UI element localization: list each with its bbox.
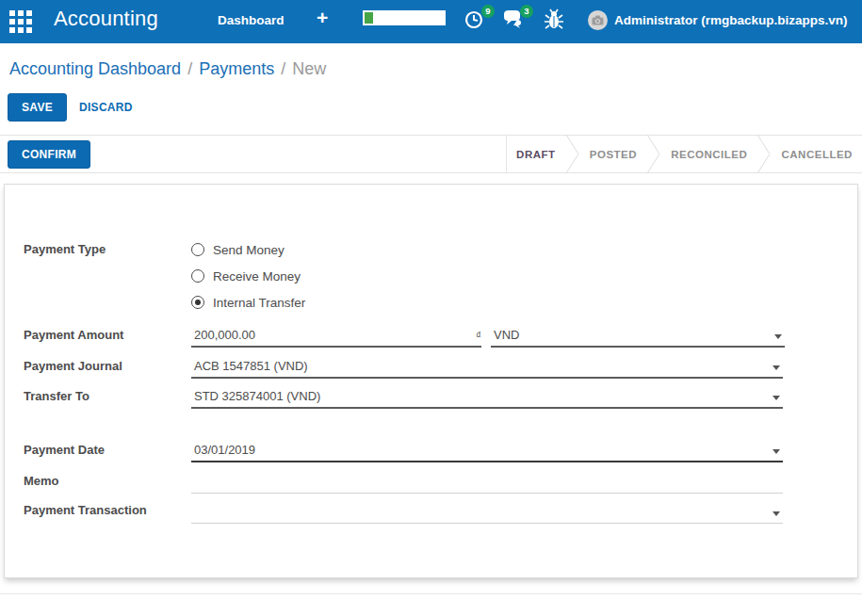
- activity-badge: 9: [481, 5, 495, 18]
- dropdown-caret-icon[interactable]: [773, 449, 780, 454]
- activity-clock-icon[interactable]: 9: [464, 8, 488, 33]
- payment-amount-input[interactable]: 200,000.00: [191, 325, 481, 348]
- discard-button[interactable]: DISCARD: [79, 101, 133, 114]
- plus-icon[interactable]: +: [317, 7, 328, 29]
- payment-form-page: Accounting Dashboard + 9 3: [0, 0, 862, 616]
- payment-journal-select[interactable]: ACB 1547851 (VND): [191, 356, 783, 379]
- dong-sign: ₫: [476, 330, 481, 341]
- camera-icon: [592, 15, 604, 25]
- payment-date-input[interactable]: 03/01/2019: [191, 440, 783, 462]
- step-chevron-icon: [565, 135, 580, 173]
- breadcrumb: Accounting Dashboard/Payments/New: [9, 59, 326, 79]
- breadcrumb-separator: /: [281, 59, 285, 78]
- apps-grid-icon[interactable]: [9, 10, 32, 33]
- save-button[interactable]: SAVE: [8, 93, 67, 122]
- step-chevron-icon: [646, 135, 661, 173]
- breadcrumb-new: New: [292, 59, 326, 78]
- radio-send-money[interactable]: Send Money: [191, 239, 285, 260]
- dropdown-caret-icon[interactable]: [774, 334, 782, 339]
- form-sheet: Payment Type Send Money Receive Money In…: [4, 184, 858, 578]
- payment-amount-label: Payment Amount: [24, 328, 123, 342]
- status-step-cancelled[interactable]: CANCELLED: [772, 135, 862, 173]
- radio-receive-money[interactable]: Receive Money: [191, 266, 301, 286]
- dropdown-caret-icon[interactable]: [773, 396, 780, 400]
- messages-badge: 3: [520, 5, 533, 18]
- nav-dashboard[interactable]: Dashboard: [218, 13, 285, 27]
- payment-type-label: Payment Type: [24, 242, 106, 256]
- status-step-reconciled[interactable]: RECONCILED: [661, 135, 756, 173]
- step-chevron-icon: [756, 135, 772, 173]
- dropdown-caret-icon[interactable]: [773, 365, 780, 370]
- payment-transaction-label: Payment Transaction: [24, 503, 147, 517]
- payment-date-label: Payment Date: [24, 443, 105, 457]
- breadcrumb-separator: /: [187, 59, 192, 78]
- status-step-draft[interactable]: DRAFT: [507, 135, 565, 173]
- messages-icon[interactable]: 3: [502, 8, 527, 33]
- user-menu[interactable]: Administrator (rmgbackup.bizapps.vn): [614, 13, 848, 27]
- payment-transaction-select[interactable]: [191, 501, 783, 524]
- radio-circle-icon: [191, 243, 204, 256]
- breadcrumb-payments[interactable]: Payments: [199, 59, 274, 78]
- progress-fill: [365, 12, 373, 24]
- avatar[interactable]: [588, 10, 608, 30]
- top-navbar: Accounting Dashboard + 9 3: [0, 0, 862, 43]
- currency-select[interactable]: VND: [491, 325, 785, 348]
- dropdown-caret-icon[interactable]: [773, 511, 780, 516]
- memo-label: Memo: [24, 474, 59, 488]
- radio-circle-icon: [191, 269, 204, 283]
- radio-circle-icon: [191, 296, 204, 309]
- payment-journal-label: Payment Journal: [24, 359, 122, 373]
- radio-internal-transfer[interactable]: Internal Transfer: [191, 292, 305, 313]
- progress-bar: [363, 10, 446, 25]
- memo-input[interactable]: [191, 471, 783, 494]
- breadcrumb-accounting-dashboard[interactable]: Accounting Dashboard: [9, 59, 181, 78]
- status-step-posted[interactable]: POSTED: [580, 135, 647, 173]
- confirm-button[interactable]: CONFIRM: [8, 140, 90, 169]
- transfer-to-label: Transfer To: [24, 389, 89, 403]
- status-steps: DRAFT POSTED RECONCILED CANCELLED: [506, 135, 862, 173]
- app-name[interactable]: Accounting: [54, 7, 158, 31]
- bottom-divider: [0, 593, 862, 594]
- bug-icon[interactable]: [544, 8, 568, 33]
- transfer-to-select[interactable]: STD 325874001 (VND): [191, 386, 783, 409]
